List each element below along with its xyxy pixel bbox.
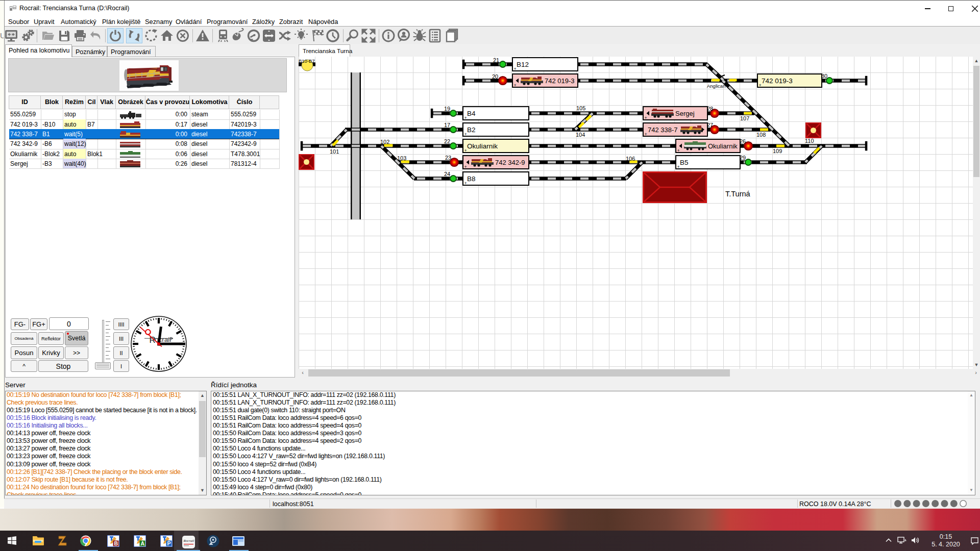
svg-text:742 019-3: 742 019-3 [545,77,575,85]
svg-text:B8: B8 [467,175,476,183]
svg-text:742 019-3: 742 019-3 [762,77,793,85]
svg-text:Anglican: Anglican [707,83,725,89]
svg-text:+: + [464,115,467,120]
svg-text:110: 110 [805,138,814,144]
svg-text:Okuliarnik: Okuliarnik [708,142,738,150]
svg-text:+: + [464,148,467,153]
svg-text:103: 103 [397,155,406,161]
svg-text:T.Turná: T.Turná [725,190,751,198]
svg-text:106: 106 [626,156,635,162]
svg-text:+: + [514,83,517,88]
svg-text:742 338-7: 742 338-7 [648,126,678,134]
svg-text:21: 21 [493,57,499,63]
svg-text:104: 104 [576,132,585,138]
svg-text:108: 108 [756,132,766,138]
svg-text:17: 17 [444,122,450,128]
svg-text:+: + [677,148,680,153]
svg-text:30: 30 [821,73,827,79]
svg-text:P: P [167,540,171,546]
svg-text:105: 105 [576,105,585,111]
svg-text:B5: B5 [680,159,689,166]
svg-text:109: 109 [773,148,782,154]
svg-text:742 342-9: 742 342-9 [495,159,525,166]
svg-text:+: + [759,83,762,88]
svg-text:B: B [114,540,118,546]
svg-text:+: + [645,132,647,137]
svg-text:26: 26 [740,138,746,144]
svg-text:29: 29 [740,155,746,161]
svg-text:23: 23 [445,155,451,161]
svg-text:22: 22 [444,138,450,144]
svg-text:B12: B12 [517,61,529,68]
svg-text:24: 24 [444,171,450,177]
svg-text:27: 27 [707,122,713,128]
svg-text:+: + [464,132,467,137]
svg-text:+: + [645,115,647,120]
svg-text:+: + [677,164,680,169]
svg-text:B4: B4 [467,110,476,117]
svg-text:B10-B7: B10-B7 [299,58,315,64]
svg-text:107: 107 [740,115,749,121]
svg-text:Okuliarnik: Okuliarnik [467,142,498,150]
svg-text:20: 20 [492,73,498,80]
svg-text:102: 102 [380,139,389,145]
svg-text:B2: B2 [467,126,476,134]
svg-text:19: 19 [444,106,450,112]
svg-text:A: A [141,540,145,546]
svg-text:+: + [464,181,467,186]
svg-text:101: 101 [330,148,339,155]
svg-text:28: 28 [707,106,713,112]
svg-text:+: + [514,66,517,71]
svg-text:+: + [464,164,467,169]
svg-text:Rocrail: Rocrail [183,539,194,543]
svg-text:Sergej: Sergej [675,110,695,117]
